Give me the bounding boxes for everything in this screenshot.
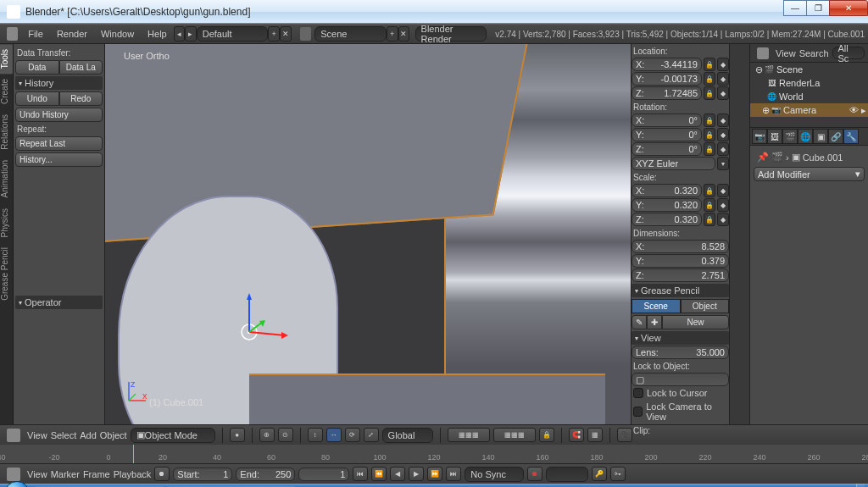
gp-add-button[interactable]: ✚ [647, 315, 662, 329]
lock-icon[interactable]: 🔒 [704, 72, 715, 86]
tab-object-icon[interactable]: ▣ [813, 129, 828, 144]
view3d-view-menu[interactable]: View [27, 430, 47, 440]
jump-end-icon[interactable]: ⏭ [446, 467, 461, 481]
operator-header[interactable]: Operator [15, 296, 103, 309]
tab-animation[interactable]: Animation [0, 155, 13, 202]
tab-relations[interactable]: Relations [0, 109, 13, 155]
tab-grease-pencil[interactable]: Grease Pencil [0, 242, 13, 306]
jump-start-icon[interactable]: ⏮ [353, 467, 368, 481]
pivot-median-icon[interactable]: ⊙ [278, 428, 293, 442]
gp-icon-button[interactable]: ✎ [632, 315, 647, 329]
rot-mode-select[interactable]: XYZ Euler [632, 157, 715, 170]
back-button[interactable]: ◂ [174, 26, 186, 42]
play-reverse-icon[interactable]: ◀ [390, 467, 405, 481]
rot-y-field[interactable]: Y:0° [632, 128, 702, 141]
start-button[interactable] [0, 484, 34, 487]
view3d-object-menu[interactable]: Object [100, 430, 127, 440]
breadcrumb-object[interactable]: Cube.001 [803, 152, 843, 163]
scene-select[interactable]: Scene [314, 26, 387, 42]
dim-x-field[interactable]: X:8.528 [632, 240, 729, 253]
tab-scene-icon[interactable]: 🎬 [782, 129, 798, 144]
rot-x-field[interactable]: X:0° [632, 113, 702, 127]
loc-y-field[interactable]: Y:-0.00173 [632, 72, 702, 86]
keyframe-next-icon[interactable]: ⏩ [427, 467, 442, 481]
tree-item-scene[interactable]: ⊖🎬Scene [750, 63, 868, 76]
n-panel-scrollbar[interactable] [729, 44, 749, 424]
pin-icon[interactable]: 📌 [757, 152, 769, 163]
snap-magnet-icon[interactable]: 🧲 [569, 428, 584, 442]
outliner-tree[interactable]: ⊖🎬Scene 🖼RenderLa 🌐World ⊕📷Camera👁 ▸ [750, 63, 868, 127]
lock-icon[interactable]: 🔒 [704, 142, 715, 156]
remove-scene-button[interactable]: ✕ [398, 26, 410, 42]
tab-modifiers-icon[interactable]: 🔧 [843, 129, 859, 144]
snap-type-icon[interactable]: ▦ [587, 428, 603, 442]
gp-new-button[interactable]: New [662, 315, 729, 329]
dim-z-field[interactable]: Z:2.751 [632, 268, 729, 282]
undo-history-button[interactable]: Undo History [15, 108, 103, 122]
lock-icon[interactable]: 🔒 [704, 198, 715, 212]
loc-x-field[interactable]: X:-3.44119 [632, 58, 702, 71]
timeline-ruler[interactable]: -40-200204060801001201401601802002202402… [0, 445, 868, 463]
tab-world-icon[interactable]: 🌐 [798, 129, 813, 144]
layers-grid[interactable]: ▦▦▦ [448, 428, 490, 442]
end-frame-field[interactable]: End:250 [236, 468, 295, 481]
tab-tools[interactable]: Tools [0, 44, 13, 74]
scale-x-field[interactable]: X:0.320 [632, 184, 702, 197]
minimize-button[interactable]: ― [783, 0, 807, 16]
timeline-playback-menu[interactable]: Playback [114, 469, 152, 479]
manipulator-gizmo[interactable] [224, 290, 292, 357]
translate-manip[interactable]: ↔ [326, 428, 342, 442]
keyframe-icon[interactable]: ◆ [717, 142, 729, 156]
tree-item-renderlayers[interactable]: 🖼RenderLa [750, 76, 868, 90]
keyframe-icon[interactable]: ◆ [717, 58, 729, 71]
undo-button[interactable]: Undo [15, 91, 59, 106]
shading-sphere-icon[interactable]: ● [230, 428, 245, 442]
remove-layout-button[interactable]: ✕ [280, 26, 292, 42]
tab-create[interactable]: Create [0, 74, 13, 109]
3d-viewport[interactable]: User Ortho (1) Cube.001 z x [105, 44, 631, 424]
outliner-icon[interactable] [757, 47, 769, 59]
timeline-view-menu[interactable]: View [27, 469, 47, 479]
add-layout-button[interactable]: + [268, 26, 280, 42]
lens-field[interactable]: Lens:35.000 [632, 346, 729, 359]
lock-icon[interactable]: 🔒 [704, 113, 715, 127]
keyframe-icon[interactable]: ◆ [717, 198, 729, 212]
keyframe-icon[interactable]: ◆ [717, 213, 729, 226]
data-layout-button[interactable]: Data La [59, 60, 103, 75]
menu-help[interactable]: Help [141, 29, 174, 39]
gp-object-button[interactable]: Object [681, 299, 730, 313]
layers-grid-2[interactable]: ▦▦▦ [493, 428, 536, 442]
view3d-select-menu[interactable]: Select [51, 430, 77, 440]
manipulator-toggle[interactable]: ↕ [308, 428, 323, 442]
tab-physics[interactable]: Physics [0, 203, 13, 242]
play-icon[interactable]: ▶ [409, 467, 424, 481]
orientation-select[interactable]: Global [382, 428, 433, 443]
menu-window[interactable]: Window [94, 29, 141, 39]
grease-pencil-header[interactable]: Grease Pencil [632, 284, 729, 297]
history-menu-button[interactable]: History... [15, 152, 103, 167]
render-preview-icon[interactable]: 🎥 [617, 428, 632, 442]
menu-file[interactable]: File [21, 29, 50, 39]
scale-z-field[interactable]: Z:0.320 [632, 213, 702, 226]
repeat-last-button[interactable]: Repeat Last [15, 136, 103, 151]
editor-type-icon[interactable] [7, 429, 20, 442]
lock-icon[interactable]: 🔒 [704, 184, 715, 197]
keyframe-icon[interactable]: ◆ [717, 184, 729, 197]
autokey-record-icon[interactable]: ⏺ [527, 467, 542, 481]
keying-set-select[interactable] [546, 467, 588, 482]
redo-button[interactable]: Redo [59, 91, 103, 106]
timeline-playhead[interactable] [133, 445, 134, 463]
dropdown-icon[interactable]: ▾ [717, 157, 729, 170]
keyframe-icon[interactable]: ◆ [717, 128, 729, 141]
add-modifier-button[interactable]: Add Modifier▾ [754, 167, 865, 181]
keyframe-icon[interactable]: ◆ [717, 86, 729, 100]
sync-select[interactable]: No Sync [465, 467, 524, 482]
show-desktop-button[interactable] [856, 484, 865, 487]
current-frame-field[interactable]: 1 [298, 468, 349, 481]
tab-renderlayers-icon[interactable]: 🖼 [767, 129, 782, 144]
add-scene-button[interactable]: + [387, 26, 398, 42]
view-panel-header[interactable]: View [632, 331, 729, 345]
tab-constraints-icon[interactable]: 🔗 [828, 129, 843, 144]
keyframe-icon[interactable]: ◆ [717, 113, 729, 127]
scale-y-field[interactable]: Y:0.320 [632, 198, 702, 212]
